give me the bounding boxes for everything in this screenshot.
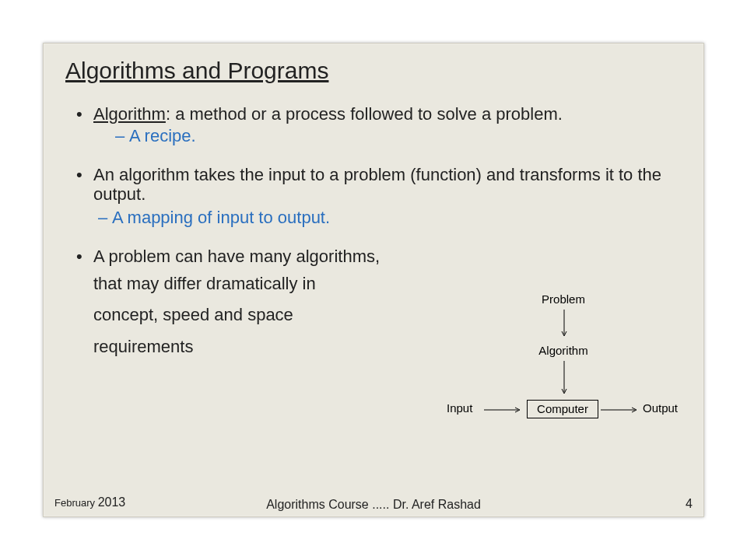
term-algorithm: Algorithm [93,104,166,124]
diagram-computer-box: Computer [527,400,598,418]
arrow-right-icon [601,408,641,412]
bullet-list: Algorithm: a method or a process followe… [65,104,682,204]
diagram-output-label: Output [643,401,689,415]
diagram-input-label: Input [447,401,486,415]
bullet-1: Algorithm: a method or a process followe… [76,104,682,148]
slide-title: Algorithms and Programs [65,58,682,84]
arrow-down-icon [562,361,566,398]
bullet-list-2: A problem can have many algorithms, [65,247,682,266]
sub-mapping: A mapping of input to output. [98,207,682,229]
footer-course: Algorithms Course ..... Dr. Aref Rashad [0,498,747,512]
diagram-algorithm-label: Algorithm [528,344,598,357]
sub-list-2: A mapping of input to output. [76,207,682,229]
arrow-down-icon [562,310,566,341]
sub-list-1: A recipe. [93,125,682,148]
footer-page-number: 4 [686,497,693,511]
bullet-1-rest: : a method or a process followed to solv… [166,104,563,124]
bullet-2: An algorithm takes the input to a proble… [76,165,682,205]
slide-body: Algorithms and Programs Algorithm: a met… [43,43,704,517]
sub-recipe: A recipe. [115,125,682,148]
arrow-right-icon [484,408,524,412]
bullet-3: A problem can have many algorithms, [76,247,682,266]
diagram-problem-label: Problem [532,292,594,306]
flow-diagram: Problem Algorithm Input Computer Output [447,292,680,471]
